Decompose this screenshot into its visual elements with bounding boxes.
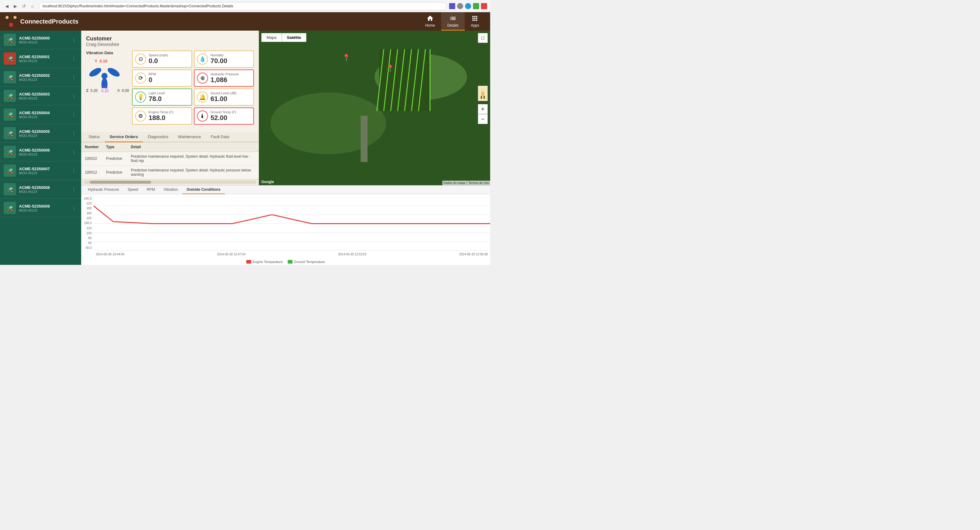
tab-service-orders[interactable]: Service Orders bbox=[105, 132, 143, 142]
sidebar-item-2[interactable]: 🚜 ACME-52350002 MOD-45123 ⋮ bbox=[0, 68, 81, 87]
metric-label-5: Sound Level (dB) bbox=[210, 91, 251, 95]
sidebar-item-menu-3[interactable]: ⋮ bbox=[70, 92, 78, 100]
sidebar-item-menu-4[interactable]: ⋮ bbox=[70, 111, 78, 119]
map-person-button[interactable] bbox=[478, 86, 488, 101]
metric-value-6: 188.0 bbox=[149, 114, 189, 122]
sidebar-item-5[interactable]: 🚜 ACME-52350005 MOD-45123 ⋮ bbox=[0, 124, 81, 143]
tab-fault-data[interactable]: Fault Data bbox=[206, 132, 234, 142]
svg-rect-18 bbox=[481, 92, 484, 96]
map-attribution-terms[interactable]: Termos de Uso bbox=[468, 181, 489, 185]
sidebar-item-text-6: ACME-52350006 MOD-45123 bbox=[19, 148, 67, 156]
sidebar-item-1[interactable]: 🚜 ACME-52350001 MOD-45123 ⋮ bbox=[0, 49, 81, 68]
metric-content-7: Ground Temp (F) 52.00 bbox=[210, 110, 251, 122]
nav-home[interactable]: Home bbox=[419, 12, 441, 31]
address-bar[interactable]: localhost:8015/Diphyc/Runtime/index.html… bbox=[38, 2, 447, 10]
map-fullscreen-button[interactable] bbox=[478, 33, 488, 43]
sidebar-item-model-7: MOD-45123 bbox=[19, 171, 67, 175]
map-panel: 📍 📍 Mapa Satélite bbox=[259, 31, 490, 185]
sidebar-item-9[interactable]: 🚜 ACME-52350009 MOD-45123 ⋮ bbox=[0, 199, 81, 217]
horizontal-scrollbar[interactable] bbox=[81, 179, 259, 185]
sidebar-item-icon-1: 🚜 bbox=[4, 52, 16, 65]
nav-apps[interactable]: Apps bbox=[465, 12, 485, 31]
map-zoom-out[interactable]: − bbox=[478, 114, 488, 124]
sidebar-item-model-3: MOD-45123 bbox=[19, 97, 67, 100]
content-area: Customer Craig Devonshire Vibration Data… bbox=[81, 31, 490, 265]
metric-icon-1: 💧 bbox=[197, 54, 208, 65]
sidebar-item-menu-0[interactable]: ⋮ bbox=[70, 36, 78, 44]
col-detail: Detail bbox=[127, 142, 259, 152]
sidebar-item-8[interactable]: 🚜 ACME-52350008 MOD-45123 ⋮ bbox=[0, 180, 81, 199]
tab-maintenance[interactable]: Maintenance bbox=[173, 132, 206, 142]
map-btn-mapa[interactable]: Mapa bbox=[261, 33, 282, 42]
metric-label-3: Hydraulic Pressure bbox=[210, 72, 251, 76]
sidebar-item-menu-2[interactable]: ⋮ bbox=[70, 73, 78, 81]
map-marker-red: 📍 bbox=[342, 54, 350, 62]
scrollbar-thumb[interactable] bbox=[90, 181, 151, 184]
google-branding: Google bbox=[261, 180, 274, 184]
svg-rect-19 bbox=[480, 96, 482, 99]
sidebar-item-menu-8[interactable]: ⋮ bbox=[70, 185, 78, 194]
customer-label: Customer bbox=[86, 35, 254, 42]
back-button[interactable]: ◀ bbox=[3, 2, 10, 10]
forward-button[interactable]: ▶ bbox=[12, 2, 19, 10]
chart-tabs: Hydraulic PressureSpeedRPMVibrationOutsi… bbox=[81, 186, 490, 194]
metric-icon-2: ⟳ bbox=[135, 73, 146, 84]
sidebar-item-text-2: ACME-52350002 MOD-45123 bbox=[19, 73, 67, 81]
sidebar-item-menu-6[interactable]: ⋮ bbox=[70, 148, 78, 156]
sidebar-item-6[interactable]: 🚜 ACME-52350006 MOD-45123 ⋮ bbox=[0, 143, 81, 161]
refresh-button[interactable]: ↺ bbox=[20, 2, 27, 10]
sidebar-item-0[interactable]: 🚜 ACME-52350000 MOD-45123 ⋮ bbox=[0, 31, 81, 49]
y-label-4: 160 bbox=[81, 216, 92, 220]
metric-label-1: Humidity bbox=[210, 53, 251, 57]
so-row-1[interactable]: 100012 Predictive Predictive maintenance… bbox=[81, 166, 259, 179]
logo-circle-3 bbox=[9, 23, 13, 27]
map-btn-satelite[interactable]: Satélite bbox=[282, 33, 306, 42]
sidebar-item-menu-5[interactable]: ⋮ bbox=[70, 129, 78, 138]
y-label-7: 100 bbox=[81, 232, 92, 235]
sidebar-item-name-2: ACME-52350002 bbox=[19, 73, 67, 78]
sidebar-item-menu-1[interactable]: ⋮ bbox=[70, 54, 78, 63]
map-fields-svg bbox=[259, 31, 490, 185]
logo-icon bbox=[5, 15, 17, 27]
map-zoom-in[interactable]: + bbox=[478, 104, 488, 114]
chart-tab-outside-conditions[interactable]: Outside Conditions bbox=[182, 186, 225, 194]
sidebar-item-3[interactable]: 🚜 ACME-52350003 MOD-45123 ⋮ bbox=[0, 87, 81, 105]
sidebar-item-name-6: ACME-52350006 bbox=[19, 148, 67, 152]
metric-card-6: ⚙ Engine Temp (F) 188.0 bbox=[132, 108, 192, 125]
chart-tab-speed[interactable]: Speed bbox=[123, 186, 142, 194]
metric-card-5: 🔔 Sound Level (dB) 61.00 bbox=[194, 89, 254, 106]
tab-diagnostics[interactable]: Diagnostics bbox=[143, 132, 173, 142]
so-row-0[interactable]: 100022 Predictive Predictive maintenance… bbox=[81, 152, 259, 166]
sidebar-item-icon-7: 🚜 bbox=[4, 164, 16, 177]
ext-icon-4 bbox=[473, 3, 479, 9]
home-button[interactable]: ⌂ bbox=[29, 2, 36, 10]
ext-icon-3 bbox=[465, 3, 471, 9]
so-number-0: 100022 bbox=[81, 152, 102, 166]
y-label-10: 40.0 bbox=[81, 246, 92, 249]
chart-tab-rpm[interactable]: RPM bbox=[142, 186, 159, 194]
sidebar-item-7[interactable]: 🚜 ACME-52350007 MOD-45123 ⋮ bbox=[0, 161, 81, 180]
vibration-z-label: Z bbox=[86, 88, 89, 93]
y-label-6: 120 bbox=[81, 227, 92, 230]
map-attribution-data[interactable]: Dados do mapa bbox=[444, 181, 465, 185]
sidebar-item-menu-7[interactable]: ⋮ bbox=[70, 167, 78, 175]
sidebar-item-4[interactable]: 🚜 ACME-52350004 MOD-45123 ⋮ bbox=[0, 105, 81, 124]
map-marker-green: 📍 bbox=[386, 65, 394, 73]
metric-icon-0: ⊙ bbox=[135, 54, 146, 65]
service-orders-scroll[interactable]: Number Type Detail 100022 Predictive Pre… bbox=[81, 142, 259, 179]
sidebar-item-icon-0: 🚜 bbox=[4, 34, 16, 46]
svg-rect-7 bbox=[379, 49, 430, 111]
col-number: Number bbox=[81, 142, 102, 152]
metric-label-7: Ground Temp (F) bbox=[210, 110, 251, 114]
sidebar-item-menu-9[interactable]: ⋮ bbox=[70, 204, 78, 212]
nav-details[interactable]: Details bbox=[441, 12, 465, 31]
metric-content-4: Light Level 78.0 bbox=[149, 91, 189, 103]
y-label-1: 220 bbox=[81, 202, 92, 205]
so-detail-0: Predictive maintenance required. System … bbox=[127, 152, 259, 166]
x-label-3: 2014-05-30 12:59:38 bbox=[459, 252, 488, 258]
chart-tab-hydraulic-pressure[interactable]: Hydraulic Pressure bbox=[84, 186, 123, 194]
legend-label-1: Ground Temperature bbox=[294, 260, 325, 263]
tab-status[interactable]: Status bbox=[84, 132, 105, 142]
chart-tab-vibration[interactable]: Vibration bbox=[159, 186, 182, 194]
nav-home-label: Home bbox=[425, 23, 435, 27]
